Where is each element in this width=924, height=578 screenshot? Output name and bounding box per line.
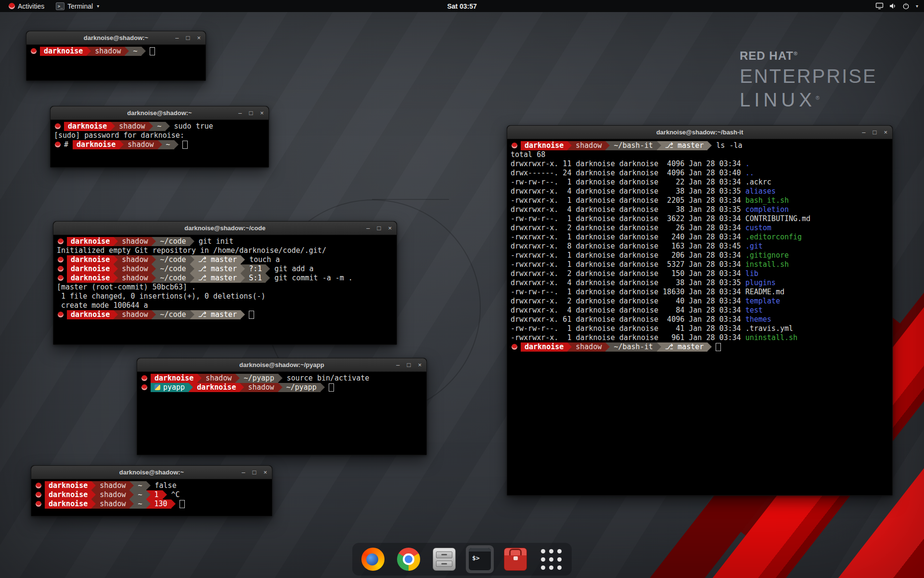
dock-item-show-applications[interactable] — [537, 545, 565, 573]
dock-item-terminal[interactable] — [466, 545, 494, 573]
window-titlebar[interactable]: darknoise@shadow:~/pyapp – □ × — [137, 358, 426, 372]
powerline-arrow-tip — [190, 264, 194, 273]
prompt-segment-user: darknoise — [67, 255, 114, 264]
terminal-content[interactable]: darknoiseshadow~/bash-it⎇ master ls -lat… — [507, 139, 892, 495]
redhat-logo-icon — [9, 3, 15, 9]
window-titlebar[interactable]: darknoise@shadow:~ – □ × — [51, 106, 269, 120]
prompt-segment-user: darknoise — [193, 383, 240, 392]
redhat-prompt-icon — [141, 384, 147, 390]
prompt-segment-host: shadow — [244, 383, 278, 392]
powerline-arrow-tip — [190, 237, 194, 246]
dock-item-software[interactable] — [501, 545, 529, 573]
powerline-arrow — [125, 47, 129, 56]
maximize-button[interactable]: □ — [377, 222, 381, 235]
terminal-text: -rwxrwxr-x. 1 darknoise darknoise 240 Ja… — [511, 233, 745, 241]
terminal-line: total 68 — [511, 150, 889, 159]
powerline-arrow — [240, 383, 244, 392]
app-menu-terminal[interactable]: >_ Terminal ▾ — [51, 0, 104, 12]
brand-text: RED HAT — [740, 49, 794, 62]
terminal-content[interactable]: darknoiseshadow~ — [26, 45, 205, 80]
close-button[interactable]: × — [197, 31, 201, 44]
maximize-button[interactable]: □ — [873, 126, 877, 139]
volume-icon — [889, 2, 897, 10]
file-name: completion — [745, 205, 789, 214]
prompt-segment-stat: ?:1 — [245, 264, 266, 274]
terminal-content[interactable]: darknoiseshadow~/pyapp source bin/activa… — [137, 372, 426, 455]
terminal-text: git init — [194, 237, 233, 246]
terminal-content[interactable]: darknoiseshadow~ sudo true[sudo] passwor… — [51, 120, 269, 167]
window-titlebar[interactable]: darknoise@shadow:~ – □ × — [26, 31, 205, 45]
redhat-prompt-icon — [31, 48, 37, 54]
terminal-line: drwxrwxr-x. 2 darknoise darknoise 26 Jan… — [511, 223, 889, 233]
window-titlebar[interactable]: darknoise@shadow:~/code – □ × — [53, 222, 397, 235]
powerline-arrow-tip — [119, 140, 124, 149]
file-name: CONTRIBUTING.md — [745, 214, 810, 223]
close-button[interactable]: × — [418, 358, 422, 371]
drawer — [436, 552, 452, 558]
activities-button[interactable]: Activities — [4, 0, 49, 12]
prompt-segment-host: shadow — [96, 490, 129, 499]
terminal-line: darknoiseshadow~/code git init — [57, 237, 393, 246]
display-icon — [875, 2, 884, 10]
close-button[interactable]: × — [263, 466, 267, 479]
terminal-text: Initialized empty Git repository in /hom… — [57, 246, 326, 255]
minimize-button[interactable]: – — [396, 358, 399, 371]
prompt-segment-user: darknoise — [73, 140, 119, 149]
powerline-arrow-tip — [190, 274, 194, 282]
maximize-button[interactable]: □ — [249, 106, 253, 119]
terminal-text: drwxrwxr-x. 4 darknoise darknoise 38 Jan… — [511, 278, 745, 287]
prompt-segment-git: ⎇ master — [661, 141, 708, 150]
prompt-segment-path: ~/bash-it — [610, 141, 656, 150]
terminal-text: drwx------. 24 darknoise darknoise 4096 … — [511, 169, 745, 177]
dock-item-firefox[interactable] — [359, 545, 387, 573]
terminal-content[interactable]: darknoiseshadow~ falsedarknoiseshadow~1 … — [31, 479, 272, 516]
prompt-segment-path: ~ — [162, 140, 174, 149]
prompt-segment-user: darknoise — [67, 274, 114, 283]
dock-item-chrome[interactable] — [395, 545, 423, 573]
terminal-text: -rw-rw-r--. 1 darknoise darknoise 41 Jan… — [511, 324, 745, 333]
maximize-button[interactable]: □ — [186, 31, 190, 44]
powerline-arrow-tip — [707, 342, 712, 351]
terminal-cursor — [716, 343, 721, 351]
close-button[interactable]: × — [388, 222, 392, 235]
powerline-arrow — [152, 274, 156, 283]
powerline-arrow-tip — [91, 481, 96, 490]
close-button[interactable]: × — [884, 126, 887, 139]
terminal-line: drwxrwxr-x. 2 darknoise darknoise 40 Jan… — [511, 297, 889, 306]
minimize-button[interactable]: – — [862, 126, 865, 139]
prompt-segment-path: ~/code — [156, 255, 190, 264]
dock-item-files[interactable] — [430, 545, 458, 573]
python-icon — [154, 384, 160, 390]
powerline-arrow — [241, 264, 245, 274]
prompt-segment-host: shadow — [96, 499, 129, 509]
window-titlebar[interactable]: darknoise@shadow:~/bash-it – □ × — [507, 126, 892, 139]
powerline-arrow-tip — [266, 274, 270, 282]
powerline-arrow-tip — [146, 481, 151, 490]
status-area[interactable]: ▾ — [875, 2, 924, 10]
minimize-button[interactable]: – — [175, 31, 179, 44]
terminal-window: darknoise@shadow:~/pyapp – □ × darknoise… — [137, 358, 427, 455]
maximize-button[interactable]: □ — [253, 466, 257, 479]
terminal-line: -rwxrwxr-x. 1 darknoise darknoise 5327 J… — [511, 260, 889, 269]
minimize-button[interactable]: – — [242, 466, 245, 479]
maximize-button[interactable]: □ — [407, 358, 411, 371]
redhat-prompt-icon — [58, 266, 64, 272]
powerline-arrow — [114, 264, 118, 274]
powerline-arrow-tip — [241, 310, 245, 319]
prompt-segment-user: darknoise — [45, 490, 91, 499]
redhat-prompt-icon — [58, 238, 64, 244]
file-name: .editorconfig — [745, 233, 802, 241]
clock[interactable]: Sat 03:57 — [0, 2, 924, 10]
powerline-arrow — [91, 481, 96, 490]
prompt-segment-host: shadow — [572, 342, 605, 352]
minimize-button[interactable]: – — [366, 222, 370, 235]
minimize-button[interactable]: – — [238, 106, 242, 119]
terminal-content[interactable]: darknoiseshadow~/code git initInitialize… — [53, 235, 397, 344]
prompt-segment-path: ~ — [129, 47, 141, 56]
prompt-segment-host: shadow — [96, 481, 129, 490]
terminal-line: darknoiseshadow~/code⎇ master — [57, 310, 393, 319]
powerline-arrow — [163, 490, 167, 499]
terminal-line: drwxrwxr-x. 4 darknoise darknoise 38 Jan… — [511, 187, 889, 196]
window-titlebar[interactable]: darknoise@shadow:~ – □ × — [31, 466, 272, 479]
close-button[interactable]: × — [260, 106, 264, 119]
